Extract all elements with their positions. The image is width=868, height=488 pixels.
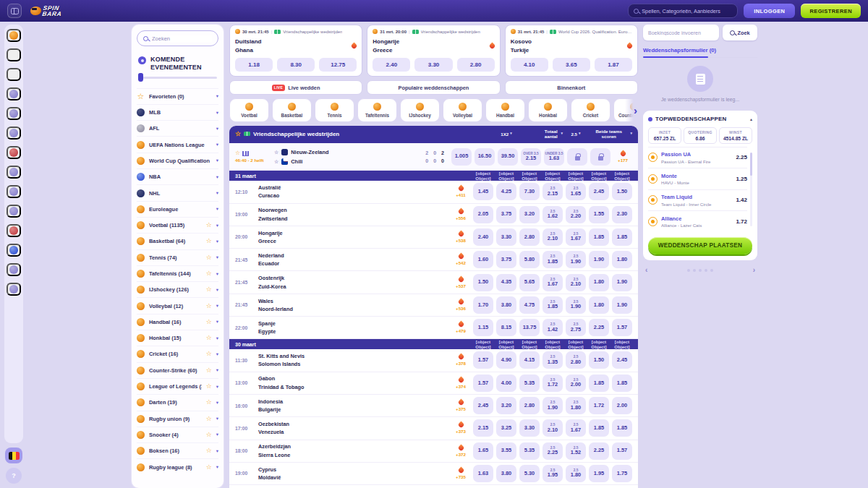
sport-tab[interactable]: Tafeltennis — [357, 98, 397, 122]
match-row[interactable]: 21:45 Oostenrijk Zuid-Korea +537 — [229, 271, 638, 294]
rail-item[interactable] — [7, 48, 21, 61]
odd-button-x[interactable]: 8.30 — [277, 58, 315, 72]
sidebar-item[interactable]: League of Legends (19) ☆ ▾ — [137, 378, 218, 394]
pager-right-arrow[interactable]: › — [753, 267, 755, 274]
odd-button-1[interactable]: 1.63 — [473, 465, 493, 482]
sidebar-item[interactable]: World Cup Qualification ☆ ▾ — [137, 153, 218, 168]
time-filter-slider[interactable] — [138, 77, 217, 79]
odd-button-x[interactable]: 3.75 — [496, 206, 516, 223]
sidebar-item[interactable]: Euroleague ☆ ▾ — [137, 201, 218, 217]
more-markets-count[interactable]: +542 — [456, 260, 466, 265]
match-row[interactable]: 19:00 Cyprus Moldavië +735 — [229, 463, 638, 485]
filter-tab[interactable]: Binnenkort — [505, 80, 638, 95]
sport-tab[interactable]: Honkbal — [528, 98, 568, 122]
odd-button-yes[interactable]: 1.85 — [589, 419, 609, 437]
odd-button-under[interactable]: 2.51.90 — [566, 251, 586, 268]
odd-button-under[interactable]: 2.51.67 — [566, 419, 586, 437]
sidebar-item[interactable]: Rugby league (8) ☆ ▾ — [137, 458, 218, 474]
odd-button-x[interactable]: 8.15 — [496, 319, 516, 336]
market-btts-dropdown[interactable]: Beide teams scoren▾ — [589, 129, 632, 139]
rail-item[interactable] — [7, 127, 21, 140]
odd-button-1[interactable]: 1.57 — [473, 351, 493, 369]
odd-button-1[interactable]: 2.45 — [473, 397, 493, 414]
register-button[interactable]: REGISTREREN — [801, 4, 861, 18]
odd-button-1[interactable]: 1.45 — [473, 183, 493, 200]
match-row[interactable]: 20:00 Hongarije Greece +538 — [229, 226, 638, 249]
match-row[interactable]: 12:10 Australië Curacao +411 — [229, 181, 638, 203]
odd-button-1[interactable]: 2.15 — [473, 419, 493, 437]
match-row[interactable]: 19:00 Noorwegen Zwitserland +556 — [229, 204, 638, 226]
odd-button-over[interactable]: 2.51.35 — [542, 351, 563, 369]
odd-button-2[interactable]: 3.20 — [519, 206, 540, 223]
odd-button-x[interactable]: 3.25 — [496, 419, 516, 437]
odd-button-under[interactable]: 2.51.80 — [566, 465, 586, 482]
top-bet-item[interactable]: Monte HAVU - Monte 1.25 — [648, 168, 747, 189]
odd-button-no[interactable]: 2.45 — [612, 351, 632, 369]
favorite-star-icon[interactable]: ☆ — [206, 416, 212, 422]
filter-tab[interactable]: Populaire weddenschappen — [367, 80, 500, 95]
more-markets-count[interactable]: +735 — [456, 474, 466, 479]
odd-button-1[interactable]: 1.50 — [473, 274, 493, 291]
odd-button-2[interactable]: 5.65 — [519, 274, 540, 291]
sidebar-item[interactable]: Voetbal (1135) ☆ ▾ — [137, 217, 218, 233]
odd-button-x[interactable]: 16.50 — [475, 148, 495, 166]
odd-button-2[interactable]: 13.75 — [519, 319, 540, 336]
odd-button-x[interactable]: 3.55 — [496, 442, 516, 460]
odd-button-over[interactable]: 2.51.72 — [542, 374, 563, 392]
help-button[interactable]: ? — [6, 468, 22, 484]
more-markets-count[interactable]: +537 — [456, 283, 466, 288]
odd-button-under[interactable]: 2.52.00 — [566, 374, 586, 392]
sport-tab[interactable]: Basketbal — [272, 98, 312, 122]
odd-button-x[interactable]: 4.00 — [496, 374, 516, 392]
odd-button-1[interactable]: 1.70 — [473, 296, 493, 314]
match-row[interactable]: 13:00 Gabon Trinidad & Tobago +374 — [229, 372, 638, 395]
odd-button-no[interactable]: 1.90 — [612, 274, 632, 291]
odd-button-2[interactable]: 5.35 — [519, 442, 540, 460]
odd-button-2[interactable]: 2.80 — [457, 58, 495, 72]
odd-button-2[interactable]: 5.80 — [519, 251, 540, 268]
list-scrollbar[interactable] — [750, 153, 752, 226]
odd-button-yes[interactable]: 1.95 — [589, 465, 609, 482]
odd-button-under[interactable]: 2.52.10 — [566, 274, 586, 291]
favorite-star-icon[interactable]: ☆ — [206, 286, 212, 293]
odd-button-under[interactable]: 2.52.20 — [566, 206, 586, 223]
odd-button-yes[interactable]: 2.45 — [589, 183, 609, 200]
match-row[interactable]: 21:45 Nederland Ecuador +542 — [229, 249, 638, 271]
sidebar-item[interactable]: MLB ☆ ▾ — [137, 104, 218, 120]
favorite-star-icon[interactable]: ☆ — [235, 150, 240, 156]
odd-button-yes[interactable]: 2.25 — [589, 442, 609, 460]
odd-button-no[interactable]: 1.80 — [612, 251, 632, 268]
odd-button-over[interactable]: 2.52.15 — [542, 183, 563, 200]
featured-match-card[interactable]: 31 mrt. 20:00 | Vriendschappelijke wedst… — [367, 25, 500, 77]
more-markets-count[interactable]: +374 — [456, 384, 466, 389]
menu-toggle-button[interactable] — [7, 4, 22, 18]
odd-button-under[interactable]: UNDER 3.51.63 — [544, 148, 564, 166]
odd-button-x[interactable]: 3.30 — [414, 58, 452, 72]
favorite-star-icon[interactable]: ☆ — [206, 254, 212, 261]
favorite-star-icon[interactable]: ☆ — [206, 222, 212, 228]
sidebar-item[interactable]: Counter-Strike (60) ☆ ▾ — [137, 362, 218, 378]
odd-button-1[interactable]: 1.15 — [473, 319, 493, 336]
odd-button-under[interactable]: 2.51.65 — [566, 183, 586, 200]
odd-button-2[interactable]: 1.87 — [595, 58, 632, 72]
favorite-star-icon[interactable]: ☆ — [235, 131, 241, 137]
favorite-star-icon[interactable]: ☆ — [206, 464, 212, 471]
tab-betslip-form[interactable]: Weddenschapsformulier (0) — [643, 47, 757, 58]
odd-button-over[interactable]: 2.51.62 — [542, 206, 563, 223]
rail-item[interactable] — [7, 224, 21, 237]
odd-button-over[interactable]: 2.51.85 — [542, 251, 563, 268]
odd-button-over[interactable]: 2.51.85 — [542, 296, 563, 314]
market-1x2-dropdown[interactable]: 1X2▾ — [473, 132, 540, 137]
odd-button-yes[interactable]: 1.80 — [589, 296, 609, 314]
more-markets-count[interactable]: +372 — [456, 452, 466, 457]
live-match-row[interactable]: ☆ 46:40 - 2 helft ☆ Nieuw-Zeeland ☆ — [229, 143, 638, 171]
odd-button-2[interactable]: 39.50 — [498, 148, 518, 166]
global-search[interactable] — [628, 4, 738, 18]
odd-button-x[interactable]: 3.65 — [553, 58, 590, 72]
favorite-star-icon[interactable]: ☆ — [206, 383, 212, 390]
sport-tab[interactable]: Volleybal — [443, 98, 482, 122]
odd-button-no[interactable]: 2.30 — [612, 206, 632, 223]
odd-button-yes[interactable]: 1.50 — [589, 351, 609, 369]
slider-thumb[interactable] — [138, 73, 143, 82]
sidebar-item[interactable]: Rugby union (9) ☆ ▾ — [137, 411, 218, 427]
